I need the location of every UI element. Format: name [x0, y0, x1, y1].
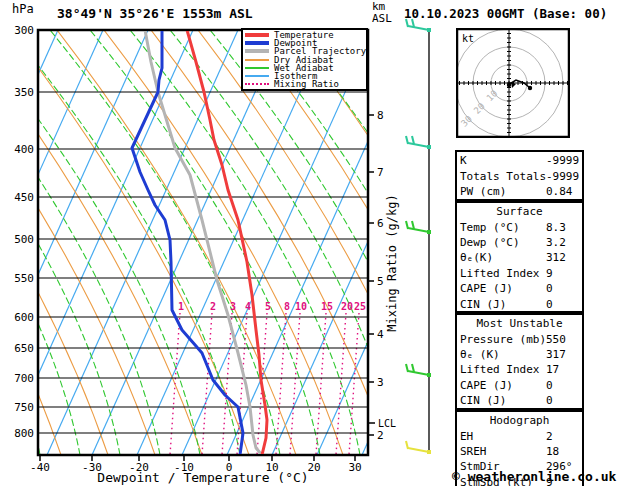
table-row: θₑ(K)312 — [460, 250, 579, 265]
isotherm-swatch — [245, 75, 269, 77]
wind-barb — [408, 371, 429, 375]
stat-label: PW (cm) — [460, 185, 546, 198]
altitude-unit-asl: ASL — [372, 13, 392, 25]
x-axis-title: Dewpoint / Temperature (°C) — [38, 470, 368, 485]
mixing-ratio-value-label: 20 — [341, 301, 353, 312]
altitude-tick-label: 4 — [377, 328, 384, 341]
stat-value: 8.3 — [546, 221, 579, 234]
hodograph-ring-label: 20 — [472, 101, 487, 116]
parcel-swatch — [245, 49, 269, 53]
stat-label: K — [460, 154, 546, 167]
table-row: CAPE (J)0 — [460, 378, 579, 393]
hodograph-ring-label: 10 — [485, 88, 500, 103]
stat-label: Lifted Index — [460, 267, 546, 280]
wind-barb — [408, 26, 429, 30]
stat-label: Lifted Index — [460, 363, 546, 376]
mixing-ratio-value-label: 15 — [321, 301, 333, 312]
stat-value: 0 — [546, 298, 579, 311]
stat-value: 3.2 — [546, 236, 579, 249]
legend: Temperature Dewpoint Parcel Trajectory D… — [241, 28, 368, 91]
table-row: CIN (J)0 — [460, 393, 579, 408]
wet-adiabat-swatch — [245, 67, 269, 69]
table-row: Temp (°C)8.3 — [460, 219, 579, 234]
pressure-tick-label: 500 — [14, 233, 34, 246]
station-title: 38°49'N 35°26'E 1553m ASL — [57, 6, 253, 21]
stat-label: CIN (J) — [460, 394, 546, 407]
stat-value: 312 — [546, 251, 579, 264]
valid-datetime: 10.10.2023 00GMT (Base: 00) — [404, 6, 607, 21]
temperature-swatch — [245, 33, 269, 37]
stat-label: Temp (°C) — [460, 221, 546, 234]
altitude-tick-label: 6 — [377, 217, 384, 230]
sounding-screenshot: 1234581015202530035040045050055060065070… — [0, 0, 629, 486]
table-row: K-9999 — [460, 153, 579, 168]
pressure-tick-label: 800 — [14, 427, 34, 440]
stat-value: 2 — [546, 430, 579, 443]
surface-table: Surface Temp (°C)8.3 Dewp (°C)3.2 θₑ(K)3… — [455, 201, 584, 313]
pressure-tick-label: 550 — [14, 272, 34, 285]
stat-label: Dewp (°C) — [460, 236, 546, 249]
altitude-tick-label: 2 — [377, 429, 384, 442]
pressure-tick-label: 750 — [14, 401, 34, 414]
pressure-tick-label: 350 — [14, 86, 34, 99]
pressure-tick-label: 450 — [14, 191, 34, 204]
table-title: Most Unstable — [460, 316, 579, 331]
legend-label: Mixing Ratio — [274, 80, 339, 88]
altitude-tick-label: 8 — [377, 109, 384, 122]
mixing-ratio-swatch — [245, 83, 269, 85]
altitude-tick-label: 7 — [377, 166, 384, 179]
altitude-tick-label: 3 — [377, 376, 384, 389]
stat-value: -9999 — [546, 154, 579, 167]
altitude-unit-label: km ASL — [372, 1, 392, 25]
table-row: CAPE (J)0 — [460, 281, 579, 296]
table-row: Lifted Index17 — [460, 362, 579, 377]
table-row: Totals Totals-9999 — [460, 168, 579, 183]
stat-label: θₑ(K) — [460, 251, 546, 264]
dry-adiabat-swatch — [245, 59, 269, 61]
stat-label: CAPE (J) — [460, 282, 546, 295]
stat-label: SREH — [460, 445, 546, 458]
copyright-credit: © weatheronline.co.uk — [452, 469, 616, 484]
pressure-tick-label: 700 — [14, 372, 34, 385]
wind-barb — [408, 448, 429, 452]
mixing-ratio-value-label: 2 — [210, 301, 216, 312]
stat-value: -9999 — [546, 170, 579, 183]
pressure-tick-label: 400 — [14, 143, 34, 156]
most-unstable-table: Most Unstable Pressure (mb)550 θₑ (K)317… — [455, 313, 584, 410]
legend-item: Mixing Ratio — [245, 80, 366, 88]
table-title: Surface — [460, 204, 579, 219]
stat-label: CIN (J) — [460, 298, 546, 311]
stat-value: 0 — [546, 282, 579, 295]
pressure-unit-label: hPa — [12, 3, 34, 15]
hodograph-ring-label: 30 — [459, 114, 474, 129]
mixing-ratio-value-label: 3 — [230, 301, 236, 312]
stat-value: 0 — [546, 379, 579, 392]
table-row: θₑ (K)317 — [460, 347, 579, 362]
stat-value: 0 — [546, 394, 579, 407]
stat-value: 317 — [546, 348, 579, 361]
dewpoint-swatch — [245, 41, 269, 45]
stat-label: Pressure (mb) — [460, 333, 546, 346]
stat-label: EH — [460, 430, 546, 443]
table-row: EH2 — [460, 428, 579, 443]
hodograph-plot: 102030kt — [456, 28, 570, 138]
table-title: Hodograph — [460, 413, 579, 428]
mixing-ratio-value-label: 8 — [284, 301, 290, 312]
mixing-ratio-value-label: 10 — [295, 301, 307, 312]
stat-label: CAPE (J) — [460, 379, 546, 392]
table-row: PW (cm)0.84 — [460, 184, 579, 199]
wind-barb — [408, 143, 429, 147]
table-row: SREH18 — [460, 444, 579, 459]
pressure-tick-label: 300 — [14, 24, 34, 37]
table-row: Lifted Index9 — [460, 266, 579, 281]
pressure-tick-label: 600 — [14, 311, 34, 324]
mixing-ratio-axis-title: Mixing Ratio (g/kg) — [385, 163, 401, 363]
mixing-ratio-value-label: 4 — [245, 301, 251, 312]
stat-value: 18 — [546, 445, 579, 458]
stat-value: 9 — [546, 267, 579, 280]
wind-barb — [408, 228, 429, 232]
lcl-label: LCL — [378, 418, 396, 429]
stat-label: θₑ (K) — [460, 348, 546, 361]
altitude-tick-label: 5 — [377, 275, 384, 288]
hodograph-unit-label: kt — [462, 33, 474, 44]
